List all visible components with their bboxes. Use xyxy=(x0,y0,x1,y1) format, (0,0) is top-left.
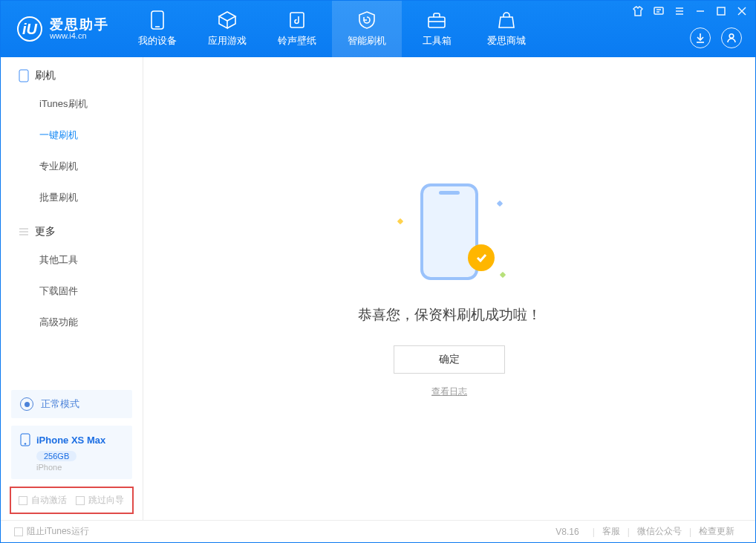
tab-my-device[interactable]: 我的设备 xyxy=(123,1,192,57)
mode-dot-icon xyxy=(20,397,33,411)
sidebar: 刷机 iTunes刷机 一键刷机 专业刷机 批量刷机 更多 其他工具 下载固件 … xyxy=(1,57,143,520)
sidebar-header-label: 刷机 xyxy=(35,69,56,82)
cube-icon xyxy=(218,10,237,30)
sidebar-item-onekey-flash[interactable]: 一键刷机 xyxy=(19,120,143,151)
tshirt-icon[interactable] xyxy=(632,5,644,17)
footer-link-wechat[interactable]: 微信公众号 xyxy=(630,525,689,538)
tab-smart-flash[interactable]: 智能刷机 xyxy=(332,1,402,57)
sidebar-header-more: 更多 xyxy=(19,225,143,238)
app-name: 爱思助手 xyxy=(50,18,109,32)
titlebar: iU 爱思助手 www.i4.cn 我的设备 应用游戏 铃声壁纸 智能刷机 xyxy=(1,1,755,57)
device-card[interactable]: iPhone XS Max 256GB iPhone xyxy=(11,426,132,479)
tab-store[interactable]: 爱思商城 xyxy=(472,1,541,57)
svg-rect-17 xyxy=(19,70,28,82)
checkbox-label: 跳过向导 xyxy=(88,494,124,507)
sparkle-icon xyxy=(397,218,403,224)
window-controls xyxy=(632,5,748,17)
sidebar-item-pro-flash[interactable]: 专业刷机 xyxy=(19,151,143,182)
footer-link-support[interactable]: 客服 xyxy=(595,525,628,538)
device-type: iPhone xyxy=(36,463,123,472)
check-badge-icon xyxy=(468,244,495,271)
tab-label: 爱思商城 xyxy=(487,34,526,48)
device-icon xyxy=(148,10,167,30)
bag-icon xyxy=(497,10,516,30)
tab-label: 我的设备 xyxy=(138,34,177,48)
list-icon xyxy=(19,227,29,237)
success-illustration xyxy=(394,179,505,290)
main-content: 恭喜您，保资料刷机成功啦！ 确定 查看日志 xyxy=(143,57,755,520)
close-button[interactable] xyxy=(736,5,748,17)
options-highlight-box: 自动激活 跳过向导 xyxy=(10,487,134,514)
checkbox-label: 阻止iTunes运行 xyxy=(27,525,89,538)
minimize-button[interactable] xyxy=(694,5,706,17)
checkbox-skip-guide[interactable]: 跳过向导 xyxy=(76,494,124,507)
music-note-icon xyxy=(287,10,307,30)
checkbox-icon xyxy=(14,527,23,536)
body: 刷机 iTunes刷机 一键刷机 专业刷机 批量刷机 更多 其他工具 下载固件 … xyxy=(1,57,755,520)
footer-link-check-update[interactable]: 检查更新 xyxy=(691,525,742,538)
tab-ringtones-wallpapers[interactable]: 铃声壁纸 xyxy=(262,1,332,57)
tab-toolbox[interactable]: 工具箱 xyxy=(402,1,472,57)
sidebar-item-other-tools[interactable]: 其他工具 xyxy=(19,244,143,276)
sidebar-item-download-firmware[interactable]: 下载固件 xyxy=(19,276,143,307)
tab-apps-games[interactable]: 应用游戏 xyxy=(192,1,262,57)
checkbox-icon xyxy=(76,496,85,505)
main-tabs: 我的设备 应用游戏 铃声壁纸 智能刷机 工具箱 爱思商城 xyxy=(123,1,541,57)
mode-card[interactable]: 正常模式 xyxy=(11,390,132,418)
device-small-icon xyxy=(19,69,29,82)
svg-point-16 xyxy=(729,34,734,39)
sparkle-icon xyxy=(500,272,506,278)
svg-rect-12 xyxy=(717,7,725,15)
download-icon[interactable] xyxy=(690,27,711,48)
checkbox-auto-activate[interactable]: 自动激活 xyxy=(19,494,67,507)
statusbar: 阻止iTunes运行 V8.16 | 客服 | 微信公众号 | 检查更新 xyxy=(1,520,755,542)
tab-label: 铃声壁纸 xyxy=(278,34,316,48)
device-capacity: 256GB xyxy=(36,451,76,461)
checkbox-block-itunes[interactable]: 阻止iTunes运行 xyxy=(14,525,89,538)
tab-label: 应用游戏 xyxy=(208,34,247,48)
tab-label: 智能刷机 xyxy=(348,34,386,48)
checkbox-label: 自动激活 xyxy=(31,494,67,507)
sidebar-item-advanced[interactable]: 高级功能 xyxy=(19,307,143,338)
maximize-button[interactable] xyxy=(715,5,727,17)
sparkle-icon xyxy=(497,201,503,207)
version-label: V8.16 xyxy=(555,527,579,537)
mode-label: 正常模式 xyxy=(41,397,79,411)
logo: iU 爱思助手 www.i4.cn xyxy=(1,1,123,57)
sidebar-item-batch-flash[interactable]: 批量刷机 xyxy=(19,182,143,213)
user-icon[interactable] xyxy=(721,27,742,48)
tab-label: 工具箱 xyxy=(423,34,452,48)
device-name: iPhone XS Max xyxy=(36,435,105,446)
logo-icon: iU xyxy=(17,16,42,42)
feedback-icon[interactable] xyxy=(653,5,665,17)
view-log-link[interactable]: 查看日志 xyxy=(431,386,467,398)
success-message: 恭喜您，保资料刷机成功啦！ xyxy=(358,305,541,325)
device-small-icon xyxy=(20,433,30,446)
header-right-icons xyxy=(690,27,742,48)
svg-rect-2 xyxy=(290,13,304,27)
toolbox-icon xyxy=(427,10,446,30)
sidebar-item-itunes-flash[interactable]: iTunes刷机 xyxy=(19,88,143,120)
svg-rect-3 xyxy=(428,17,445,27)
phone-illustration-icon xyxy=(420,183,478,280)
svg-point-22 xyxy=(25,443,26,445)
ok-button[interactable]: 确定 xyxy=(394,345,505,374)
menu-icon[interactable] xyxy=(674,5,685,17)
shield-refresh-icon xyxy=(357,10,377,30)
sidebar-header-flash: 刷机 xyxy=(19,69,143,82)
svg-rect-5 xyxy=(654,7,663,14)
app-window: iU 爱思助手 www.i4.cn 我的设备 应用游戏 铃声壁纸 智能刷机 xyxy=(0,0,756,543)
app-url: www.i4.cn xyxy=(50,32,109,41)
checkbox-icon xyxy=(19,496,27,505)
sidebar-header-label: 更多 xyxy=(35,225,56,238)
